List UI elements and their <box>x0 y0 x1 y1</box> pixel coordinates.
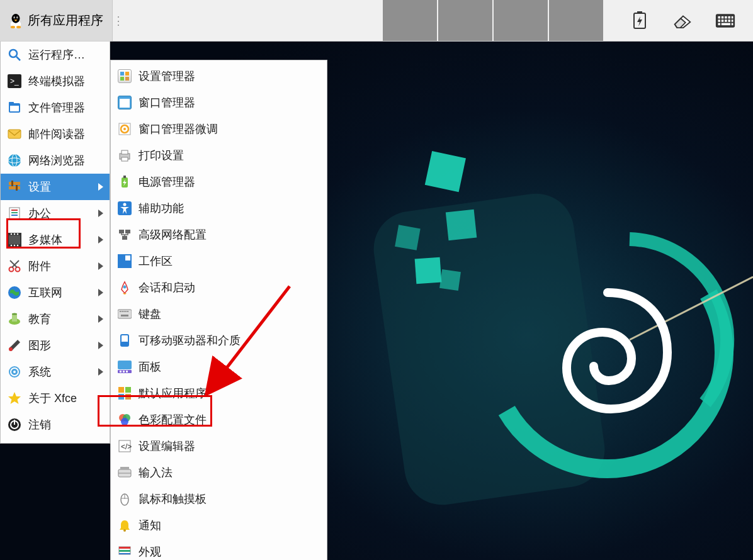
menu-item-label: 注销 <box>28 417 51 432</box>
system-tray <box>604 0 753 41</box>
svg-line-32 <box>16 57 20 60</box>
task-button-2[interactable] <box>438 0 494 41</box>
submenu-item-label: 设置编辑器 <box>139 439 195 454</box>
svg-rect-19 <box>722 16 724 18</box>
eraser-icon[interactable] <box>672 11 693 31</box>
svg-rect-83 <box>119 230 124 233</box>
submenu-item-default-apps[interactable]: 默认应用程序 <box>111 380 327 406</box>
svg-rect-80 <box>123 176 126 178</box>
svg-rect-26 <box>728 20 730 22</box>
submenu-item-settings-editor[interactable]: </>设置编辑器 <box>111 433 327 459</box>
menu-item-system[interactable]: 系统 <box>1 359 110 385</box>
panel-handle-icon[interactable]: ⋮ <box>113 0 119 41</box>
submenu-item-keyboard[interactable]: 键盘 <box>111 301 327 327</box>
submenu-item-mouse[interactable]: 鼠标和触摸板 <box>111 486 327 512</box>
gear-icon <box>7 364 22 379</box>
appearance-icon <box>117 544 132 559</box>
menu-item-terminal[interactable]: >_终端模拟器 <box>1 68 110 94</box>
svg-point-58 <box>9 267 14 272</box>
svg-rect-72 <box>14 420 15 425</box>
svg-rect-4 <box>415 257 442 284</box>
menu-item-label: 邮件阅读器 <box>28 126 85 142</box>
menu-item-graphics[interactable]: 图形 <box>1 332 110 359</box>
svg-rect-48 <box>11 212 18 213</box>
svg-rect-98 <box>118 361 132 369</box>
menu-item-filemgr[interactable]: 文件管理器 <box>1 94 110 121</box>
notifications-icon <box>117 518 132 533</box>
settings-editor-icon: </> <box>117 439 132 454</box>
svg-rect-87 <box>125 255 130 260</box>
menu-item-logout[interactable]: 注销 <box>1 412 110 438</box>
menu-item-label: 运行程序… <box>28 47 85 62</box>
svg-rect-78 <box>122 157 128 161</box>
power-manager-icon <box>117 174 132 189</box>
submenu-arrow-icon <box>98 210 103 217</box>
submenu-item-session[interactable]: 会话和启动 <box>111 274 327 301</box>
submenu-item-label: 工作区 <box>139 254 173 269</box>
menu-item-label: 文件管理器 <box>28 100 85 115</box>
media-icon <box>7 232 22 247</box>
svg-rect-20 <box>725 16 727 18</box>
menu-item-settings[interactable]: 设置 <box>1 174 110 200</box>
submenu-item-input-method[interactable]: 输入法 <box>111 459 327 486</box>
accessibility-icon <box>117 201 132 216</box>
svg-point-82 <box>123 203 127 206</box>
svg-rect-28 <box>718 23 720 25</box>
settings-icon <box>7 179 22 194</box>
applications-menu-button[interactable]: 所有应用程序 <box>0 0 113 41</box>
submenu-item-label: 窗口管理器微调 <box>139 121 218 137</box>
menu-item-about[interactable]: 关于 Xfce <box>1 385 110 412</box>
color-icon <box>117 412 132 427</box>
task-button-4[interactable] <box>549 0 604 41</box>
menu-item-accessories[interactable]: 附件 <box>1 253 110 279</box>
svg-rect-77 <box>122 150 128 154</box>
submenu-item-printers[interactable]: 打印设置 <box>111 142 327 169</box>
submenu-item-window-manager[interactable]: 窗口管理器 <box>111 89 327 116</box>
submenu-item-removable[interactable]: 可移动驱动器和介质 <box>111 327 327 354</box>
submenu-item-power-manager[interactable]: 电源管理器 <box>111 169 327 195</box>
submenu-item-notifications[interactable]: 通知 <box>111 512 327 539</box>
svg-rect-122 <box>119 553 130 554</box>
svg-point-69 <box>13 371 16 373</box>
menu-item-label: 网络浏览器 <box>28 153 85 168</box>
submenu-item-window-manager-tweaks[interactable]: 窗口管理器微调 <box>111 116 327 142</box>
submenu-item-workspaces[interactable]: 工作区 <box>111 248 327 274</box>
menu-item-label: 终端模拟器 <box>28 74 85 89</box>
menu-item-label: 附件 <box>28 259 51 274</box>
svg-point-11 <box>14 17 14 18</box>
panel-icon <box>117 359 132 374</box>
tux-icon <box>9 13 23 29</box>
submenu-arrow-icon <box>98 342 103 349</box>
edu-icon <box>7 311 22 327</box>
submenu-item-label: 会话和启动 <box>139 280 195 295</box>
submenu-item-network[interactable]: 高级网络配置 <box>111 221 327 248</box>
menu-item-label: 互联网 <box>28 285 62 300</box>
svg-point-75 <box>123 128 126 130</box>
menu-item-multimedia[interactable]: 多媒体 <box>1 227 110 253</box>
menu-item-mail[interactable]: 邮件阅读器 <box>1 121 110 147</box>
office-icon <box>7 206 22 221</box>
menu-item-office[interactable]: 办公 <box>1 200 110 227</box>
submenu-item-appearance[interactable]: 外观 <box>111 539 327 560</box>
power-icon <box>7 417 22 432</box>
task-button-1[interactable] <box>383 0 438 41</box>
removable-icon <box>117 333 132 348</box>
menu-item-run[interactable]: 运行程序… <box>1 42 110 68</box>
submenu-item-settings-manager[interactable]: 设置管理器 <box>111 63 327 89</box>
svg-rect-2 <box>446 210 477 240</box>
submenu-item-panel[interactable]: 面板 <box>111 354 327 380</box>
menu-item-education[interactable]: 教育 <box>1 306 110 332</box>
svg-rect-16 <box>637 11 642 14</box>
menu-item-web[interactable]: 网络浏览器 <box>1 147 110 174</box>
battery-icon[interactable] <box>630 11 650 31</box>
menu-item-internet[interactable]: 互联网 <box>1 279 110 306</box>
submenu-item-color[interactable]: 色彩配置文件 <box>111 406 327 433</box>
printers-icon <box>117 148 132 163</box>
task-button-3[interactable] <box>494 0 549 41</box>
submenu-item-accessibility[interactable]: 辅助功能 <box>111 195 327 221</box>
svg-point-59 <box>16 267 20 272</box>
keyboard-icon[interactable] <box>715 11 735 31</box>
svg-rect-42 <box>9 182 20 185</box>
svg-rect-38 <box>8 130 21 138</box>
menu-item-label: 系统 <box>28 364 51 379</box>
